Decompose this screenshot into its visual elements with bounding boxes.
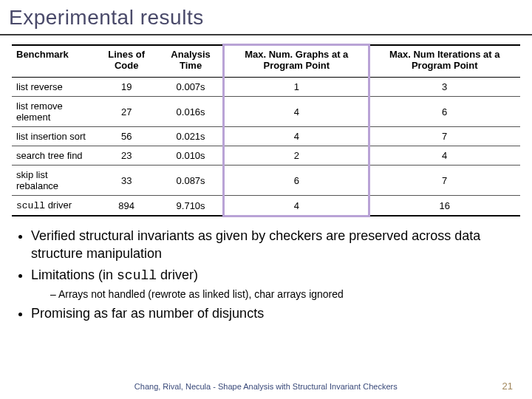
cell-loc: 56 xyxy=(95,127,157,146)
sub-bullet-1: Arrays not handled (rewrote as linked li… xyxy=(50,287,520,301)
bullet-3: Promising as far as number of disjuncts xyxy=(31,304,520,322)
cell-loc: 19 xyxy=(95,78,157,97)
table-row: skip list rebalance330.087s67 xyxy=(12,166,520,196)
bullet-2: Limitations (in scull driver) Arrays not… xyxy=(31,266,520,301)
footer: Chang, Rival, Necula - Shape Analysis wi… xyxy=(0,381,532,392)
cell-iters: 16 xyxy=(369,196,520,216)
table-row: list insertion sort560.021s47 xyxy=(12,127,520,146)
content-area: Benchmark Lines of Code Analysis Time Ma… xyxy=(0,35,532,322)
cell-iters: 7 xyxy=(369,166,520,196)
sub-bullet-list: Arrays not handled (rewrote as linked li… xyxy=(50,287,520,301)
cell-time: 9.710s xyxy=(157,196,224,216)
bullet-2-suffix: driver) xyxy=(157,267,198,282)
page-number: 21 xyxy=(502,381,513,392)
cell-loc: 27 xyxy=(95,97,157,127)
footer-citation: Chang, Rival, Necula - Shape Analysis wi… xyxy=(30,382,502,391)
table-row: search tree find230.010s24 xyxy=(12,146,520,166)
table-row: list remove element270.016s46 xyxy=(12,97,520,127)
bullet-2-mono: scull xyxy=(117,268,157,283)
cell-graphs: 4 xyxy=(224,196,369,216)
cell-iters: 4 xyxy=(369,146,520,166)
bullet-list: Verified structural invariants as given … xyxy=(31,227,520,322)
col-benchmark: Benchmark xyxy=(12,45,95,78)
cell-graphs: 6 xyxy=(224,166,369,196)
cell-time: 0.007s xyxy=(157,78,224,97)
cell-loc: 894 xyxy=(95,196,157,216)
col-loc: Lines of Code xyxy=(95,45,157,78)
page-title: Experimental results xyxy=(9,6,523,30)
cell-time: 0.021s xyxy=(157,127,224,146)
col-time: Analysis Time xyxy=(157,45,224,78)
cell-time: 0.087s xyxy=(157,166,224,196)
cell-benchmark: list remove element xyxy=(12,97,95,127)
table-row: list reverse190.007s13 xyxy=(12,78,520,97)
cell-graphs: 4 xyxy=(224,97,369,127)
cell-iters: 3 xyxy=(369,78,520,97)
cell-time: 0.010s xyxy=(157,146,224,166)
cell-iters: 7 xyxy=(369,127,520,146)
cell-graphs: 4 xyxy=(224,127,369,146)
bullet-2-prefix: Limitations (in xyxy=(31,267,117,282)
results-table: Benchmark Lines of Code Analysis Time Ma… xyxy=(12,44,520,216)
col-iters: Max. Num Iterations at a Program Point xyxy=(369,45,520,78)
cell-graphs: 1 xyxy=(224,78,369,97)
cell-benchmark: list reverse xyxy=(12,78,95,97)
cell-benchmark: list insertion sort xyxy=(12,127,95,146)
bullet-1: Verified structural invariants as given … xyxy=(31,227,520,263)
table-header-row: Benchmark Lines of Code Analysis Time Ma… xyxy=(12,45,520,78)
cell-time: 0.016s xyxy=(157,97,224,127)
cell-loc: 33 xyxy=(95,166,157,196)
cell-graphs: 2 xyxy=(224,146,369,166)
cell-benchmark: search tree find xyxy=(12,146,95,166)
cell-benchmark: scull driver xyxy=(12,196,95,216)
cell-iters: 6 xyxy=(369,97,520,127)
table-row: scull driver8949.710s416 xyxy=(12,196,520,216)
title-bar: Experimental results xyxy=(0,0,532,35)
col-graphs: Max. Num. Graphs at a Program Point xyxy=(224,45,369,78)
cell-loc: 23 xyxy=(95,146,157,166)
cell-benchmark: skip list rebalance xyxy=(12,166,95,196)
